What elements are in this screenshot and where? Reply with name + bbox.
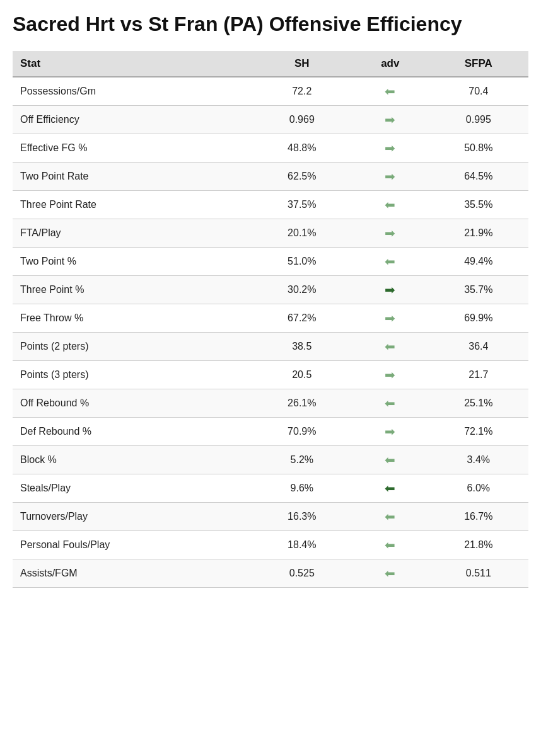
adv-arrow: ⬅: [352, 502, 429, 530]
sfpa-value: 6.0%: [429, 474, 528, 502]
stat-name: Assists/FGM: [13, 559, 252, 587]
sfpa-value: 35.7%: [429, 275, 528, 304]
sfpa-value: 49.4%: [429, 247, 528, 275]
sfpa-value: 50.8%: [429, 134, 528, 162]
stat-name: Possessions/Gm: [13, 77, 252, 106]
sfpa-value: 21.9%: [429, 219, 528, 247]
arrow-left-light-icon: ⬅: [385, 537, 395, 553]
arrow-left-light-icon: ⬅: [385, 452, 395, 467]
stat-name: Def Rebound %: [13, 417, 252, 445]
table-row: Effective FG %48.8%➡50.8%: [13, 134, 528, 162]
table-row: Off Rebound %26.1%⬅25.1%: [13, 389, 528, 417]
arrow-left-light-icon: ⬅: [385, 396, 395, 411]
sh-value: 20.5: [252, 360, 352, 389]
sfpa-value: 35.5%: [429, 190, 528, 219]
table-row: Three Point Rate37.5%⬅35.5%: [13, 190, 528, 219]
adv-arrow: ⬅: [352, 247, 429, 275]
sh-value: 30.2%: [252, 275, 352, 304]
arrow-left-light-icon: ⬅: [385, 339, 395, 354]
sfpa-value: 69.9%: [429, 304, 528, 332]
table-row: Personal Fouls/Play18.4%⬅21.8%: [13, 530, 528, 559]
arrow-left-light-icon: ⬅: [385, 84, 395, 99]
col-header-sh: SH: [252, 51, 352, 77]
arrow-right-light-icon: ➡: [385, 226, 395, 241]
arrow-left-light-icon: ⬅: [385, 197, 395, 212]
stat-name: Turnovers/Play: [13, 502, 252, 530]
sh-value: 0.525: [252, 559, 352, 587]
arrow-right-dark-icon: ➡: [385, 282, 395, 297]
sfpa-value: 3.4%: [429, 445, 528, 474]
table-row: Points (2 pters)38.5⬅36.4: [13, 332, 528, 360]
adv-arrow: ➡: [352, 162, 429, 190]
sfpa-value: 72.1%: [429, 417, 528, 445]
arrow-left-light-icon: ⬅: [385, 566, 395, 581]
adv-arrow: ⬅: [352, 530, 429, 559]
stat-name: Two Point %: [13, 247, 252, 275]
sfpa-value: 16.7%: [429, 502, 528, 530]
page-title: Sacred Hrt vs St Fran (PA) Offensive Eff…: [13, 13, 528, 36]
table-row: Two Point %51.0%⬅49.4%: [13, 247, 528, 275]
adv-arrow: ⬅: [352, 190, 429, 219]
stat-name: Effective FG %: [13, 134, 252, 162]
adv-arrow: ➡: [352, 134, 429, 162]
stat-name: Three Point %: [13, 275, 252, 304]
sh-value: 18.4%: [252, 530, 352, 559]
arrow-left-light-icon: ⬅: [385, 254, 395, 269]
adv-arrow: ➡: [352, 304, 429, 332]
table-row: Points (3 pters)20.5➡21.7: [13, 360, 528, 389]
stat-name: Points (2 pters): [13, 332, 252, 360]
sh-value: 26.1%: [252, 389, 352, 417]
table-row: Off Efficiency0.969➡0.995: [13, 105, 528, 134]
table-row: FTA/Play20.1%➡21.9%: [13, 219, 528, 247]
table-row: Assists/FGM0.525⬅0.511: [13, 559, 528, 587]
sfpa-value: 0.511: [429, 559, 528, 587]
col-header-sfpa: SFPA: [429, 51, 528, 77]
stat-name: Block %: [13, 445, 252, 474]
arrow-right-light-icon: ➡: [385, 140, 395, 156]
table-row: Two Point Rate62.5%➡64.5%: [13, 162, 528, 190]
stat-name: FTA/Play: [13, 219, 252, 247]
sh-value: 5.2%: [252, 445, 352, 474]
stat-name: Off Rebound %: [13, 389, 252, 417]
sfpa-value: 36.4: [429, 332, 528, 360]
adv-arrow: ⬅: [352, 389, 429, 417]
table-row: Def Rebound %70.9%➡72.1%: [13, 417, 528, 445]
sh-value: 67.2%: [252, 304, 352, 332]
sfpa-value: 25.1%: [429, 389, 528, 417]
adv-arrow: ⬅: [352, 445, 429, 474]
sfpa-value: 70.4: [429, 77, 528, 106]
adv-arrow: ➡: [352, 417, 429, 445]
adv-arrow: ➡: [352, 360, 429, 389]
stat-name: Three Point Rate: [13, 190, 252, 219]
arrow-right-light-icon: ➡: [385, 311, 395, 326]
arrow-left-light-icon: ⬅: [385, 509, 395, 524]
table-row: Turnovers/Play16.3%⬅16.7%: [13, 502, 528, 530]
adv-arrow: ⬅: [352, 474, 429, 502]
sh-value: 72.2: [252, 77, 352, 106]
sh-value: 38.5: [252, 332, 352, 360]
arrow-right-light-icon: ➡: [385, 367, 395, 382]
stat-name: Points (3 pters): [13, 360, 252, 389]
stat-name: Free Throw %: [13, 304, 252, 332]
sh-value: 51.0%: [252, 247, 352, 275]
sh-value: 0.969: [252, 105, 352, 134]
stat-name: Off Efficiency: [13, 105, 252, 134]
sfpa-value: 64.5%: [429, 162, 528, 190]
adv-arrow: ➡: [352, 219, 429, 247]
sfpa-value: 21.7: [429, 360, 528, 389]
sh-value: 48.8%: [252, 134, 352, 162]
table-row: Steals/Play9.6%⬅6.0%: [13, 474, 528, 502]
table-row: Three Point %30.2%➡35.7%: [13, 275, 528, 304]
sh-value: 62.5%: [252, 162, 352, 190]
col-header-stat: Stat: [13, 51, 252, 77]
table-row: Free Throw %67.2%➡69.9%: [13, 304, 528, 332]
col-header-adv: adv: [352, 51, 429, 77]
sh-value: 37.5%: [252, 190, 352, 219]
table-row: Possessions/Gm72.2⬅70.4: [13, 77, 528, 106]
adv-arrow: ➡: [352, 105, 429, 134]
arrow-right-light-icon: ➡: [385, 424, 395, 439]
stat-name: Personal Fouls/Play: [13, 530, 252, 559]
arrow-right-light-icon: ➡: [385, 169, 395, 184]
adv-arrow: ⬅: [352, 332, 429, 360]
adv-arrow: ➡: [352, 275, 429, 304]
